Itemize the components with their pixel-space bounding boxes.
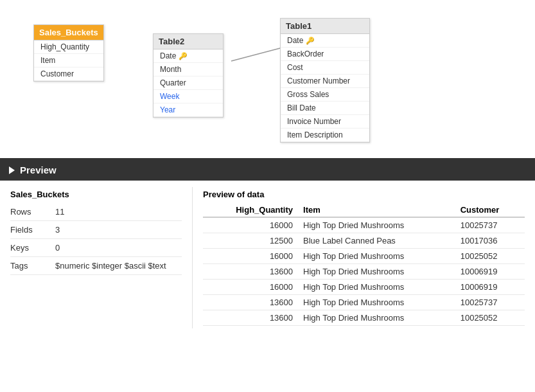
table-row: 16000High Top Dried Mushrooms10025737 bbox=[203, 217, 525, 233]
table-cell: 16000 bbox=[203, 280, 298, 295]
table-cell: 10025737 bbox=[455, 217, 525, 233]
table1-box: Table1 Date 🔑 BackOrder Cost Customer Nu… bbox=[280, 18, 370, 143]
table-cell: 10017036 bbox=[455, 233, 525, 249]
data-panel: Preview of data High_Quantity Item Custo… bbox=[193, 187, 535, 328]
table-row: 16000High Top Dried Mushrooms10025052 bbox=[203, 249, 525, 264]
table-cell: 12500 bbox=[203, 233, 298, 249]
sales-buckets-table: Sales_Buckets High_Quantity Item Custome… bbox=[33, 24, 104, 82]
table1-field-gross-sales: Gross Sales bbox=[281, 88, 369, 102]
table1-field-invoice-number: Invoice Number bbox=[281, 115, 369, 129]
stats-row-keys: Keys 0 bbox=[10, 239, 182, 257]
table-cell: 13600 bbox=[203, 264, 298, 280]
data-table: High_Quantity Item Customer 16000High To… bbox=[203, 203, 525, 326]
tags-label: Tags bbox=[10, 261, 55, 271]
table1-field-backorder: BackOrder bbox=[281, 48, 369, 61]
table1-header: Table1 bbox=[281, 19, 369, 34]
preview-section: Preview Sales_Buckets Rows 11 Fields 3 K… bbox=[0, 159, 535, 335]
table-row: 13600High Top Dried Mushrooms10025052 bbox=[203, 310, 525, 326]
table1-field-cost: Cost bbox=[281, 61, 369, 75]
rows-value: 11 bbox=[55, 207, 64, 217]
preview-body: Sales_Buckets Rows 11 Fields 3 Keys 0 Ta… bbox=[0, 181, 535, 335]
table-cell: 13600 bbox=[203, 310, 298, 326]
svg-line-0 bbox=[231, 48, 280, 61]
sales-buckets-header: Sales_Buckets bbox=[34, 25, 103, 40]
table-row: 13600High Top Dried Mushrooms10025737 bbox=[203, 295, 525, 310]
table2-field-week: Week bbox=[153, 90, 223, 103]
triangle-icon bbox=[9, 166, 15, 174]
table1-field-bill-date: Bill Date bbox=[281, 102, 369, 115]
keys-value: 0 bbox=[55, 243, 60, 253]
key-icon: 🔑 bbox=[179, 52, 188, 60]
col-header-high-quantity: High_Quantity bbox=[203, 203, 298, 217]
table2-field-month: Month bbox=[153, 63, 223, 76]
field-item: Item bbox=[34, 54, 103, 67]
table-row: 16000High Top Dried Mushrooms10006919 bbox=[203, 280, 525, 295]
table-cell: High Top Dried Mushrooms bbox=[298, 217, 455, 233]
data-table-title: Preview of data bbox=[203, 190, 525, 199]
rows-label: Rows bbox=[10, 207, 55, 217]
table-row: 12500Blue Label Canned Peas10017036 bbox=[203, 233, 525, 249]
table-cell: 16000 bbox=[203, 217, 298, 233]
table-cell: High Top Dried Mushrooms bbox=[298, 280, 455, 295]
stats-panel: Sales_Buckets Rows 11 Fields 3 Keys 0 Ta… bbox=[0, 187, 193, 328]
table-cell: 10025737 bbox=[455, 295, 525, 310]
table-cell: High Top Dried Mushrooms bbox=[298, 295, 455, 310]
table-cell: 10006919 bbox=[455, 280, 525, 295]
table2-field-year: Year bbox=[153, 103, 223, 117]
table-cell: High Top Dried Mushrooms bbox=[298, 249, 455, 264]
table2-field-date: Date 🔑 bbox=[153, 49, 223, 63]
table-cell: High Top Dried Mushrooms bbox=[298, 264, 455, 280]
stats-row-tags: Tags $numeric $integer $ascii $text bbox=[10, 257, 182, 275]
preview-title: Preview bbox=[20, 165, 57, 175]
table-cell: Blue Label Canned Peas bbox=[298, 233, 455, 249]
field-high-quantity: High_Quantity bbox=[34, 40, 103, 54]
fields-label: Fields bbox=[10, 225, 55, 235]
col-header-customer: Customer bbox=[455, 203, 525, 217]
stats-row-fields: Fields 3 bbox=[10, 221, 182, 239]
field-customer: Customer bbox=[34, 67, 103, 81]
table-cell: High Top Dried Mushrooms bbox=[298, 310, 455, 326]
table2-header: Table2 bbox=[153, 34, 223, 49]
table1-field-customer-number: Customer Number bbox=[281, 75, 369, 88]
table-cell: 10025052 bbox=[455, 310, 525, 326]
tags-value: $numeric $integer $ascii $text bbox=[55, 261, 166, 271]
table-cell: 13600 bbox=[203, 295, 298, 310]
table-header-row: High_Quantity Item Customer bbox=[203, 203, 525, 217]
table1-field-item-description: Item Description bbox=[281, 129, 369, 142]
keys-label: Keys bbox=[10, 243, 55, 253]
table-row: 13600High Top Dried Mushrooms10006919 bbox=[203, 264, 525, 280]
table-cell: 10025052 bbox=[455, 249, 525, 264]
table-cell: 16000 bbox=[203, 249, 298, 264]
table1-key-icon: 🔑 bbox=[306, 37, 315, 45]
table-cell: 10006919 bbox=[455, 264, 525, 280]
stats-row-rows: Rows 11 bbox=[10, 203, 182, 221]
col-header-item: Item bbox=[298, 203, 455, 217]
preview-header: Preview bbox=[0, 159, 535, 181]
diagram-area: Sales_Buckets High_Quantity Item Custome… bbox=[0, 0, 535, 159]
fields-value: 3 bbox=[55, 225, 60, 235]
table2-field-quarter: Quarter bbox=[153, 76, 223, 90]
table2-box: Table2 Date 🔑 Month Quarter Week Year bbox=[153, 33, 224, 118]
stats-title: Sales_Buckets bbox=[10, 190, 182, 199]
table1-field-date: Date 🔑 bbox=[281, 34, 369, 48]
